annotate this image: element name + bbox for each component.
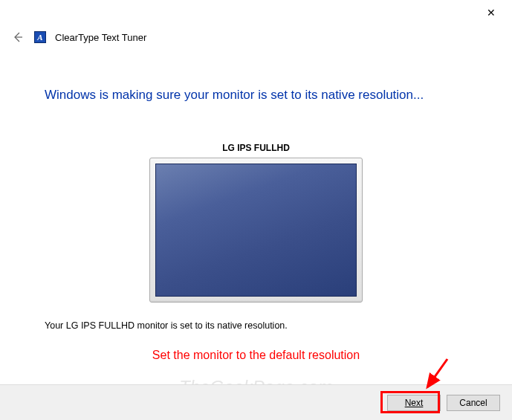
wizard-content: Windows is making sure your monitor is s… [0,49,512,362]
app-icon [34,31,46,43]
monitor-name-label: LG IPS FULLHD [222,143,290,153]
monitor-screen [155,164,357,297]
cancel-button[interactable]: Cancel [447,395,500,411]
monitor-preview-area: LG IPS FULLHD [45,143,467,303]
resolution-status-text: Your LG IPS FULLHD monitor is set to its… [45,320,467,331]
wizard-header: ClearType Text Tuner [0,25,512,49]
next-button[interactable]: Next [387,395,441,411]
page-heading: Windows is making sure your monitor is s… [45,88,467,103]
annotation-text: Set the monitor to the default resolutio… [45,349,467,362]
svg-line-1 [427,359,447,387]
back-button[interactable] [10,30,25,45]
wizard-footer: Next Cancel [0,384,512,420]
title-bar: ✕ [0,0,512,25]
app-title: ClearType Text Tuner [55,32,146,43]
back-arrow-icon [12,31,24,43]
monitor-frame [149,158,363,303]
close-button[interactable]: ✕ [476,2,506,23]
close-icon: ✕ [487,7,496,19]
